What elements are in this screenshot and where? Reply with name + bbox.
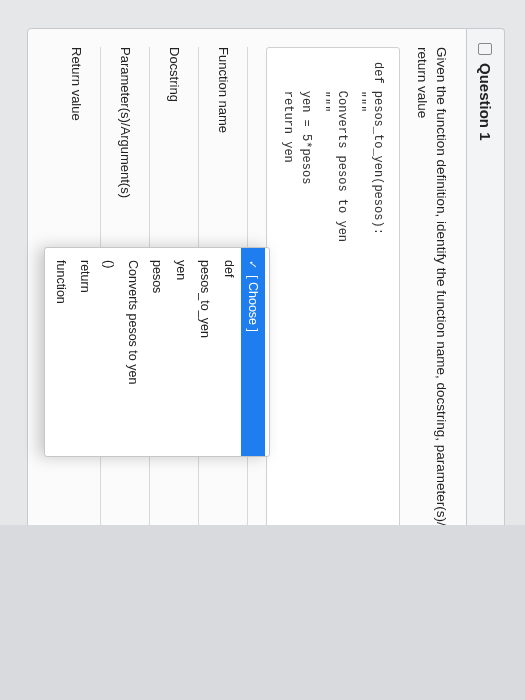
dropdown-option[interactable]: return (73, 248, 97, 456)
dropdown-option[interactable]: def (217, 248, 241, 456)
question-body: Given the function definition, identify … (27, 28, 467, 525)
dropdown-option-selected[interactable]: ✓ [ Choose ] (241, 248, 265, 456)
match-label: Docstring (167, 47, 182, 247)
dropdown-option[interactable]: pesos_to_yen (193, 248, 217, 456)
dropdown-option[interactable]: function (49, 248, 73, 456)
flag-icon[interactable] (479, 43, 493, 55)
dropdown-option[interactable]: yen (169, 248, 193, 456)
dropdown-menu: ✓ [ Choose ] def pesos_to_yen yen pesos … (44, 247, 270, 457)
match-label: Parameter(s)/Argument(s) (118, 47, 133, 247)
dropdown-option[interactable]: pesos (145, 248, 169, 456)
match-label: Return value (69, 47, 84, 247)
dropdown-option[interactable]: () (97, 248, 121, 456)
code-block: def pesos_to_yen(pesos): """ Converts pe… (266, 47, 400, 525)
dropdown-option[interactable]: Converts pesos to yen (121, 248, 145, 456)
match-label: Function name (216, 47, 231, 247)
question-title: Question 1 (477, 63, 494, 141)
question-prompt: Given the function definition, identify … (412, 47, 450, 525)
check-icon: ✓ (247, 260, 260, 269)
question-header: Question 1 2 pts (467, 28, 505, 525)
dropdown-option-label: [ Choose ] (246, 275, 260, 332)
